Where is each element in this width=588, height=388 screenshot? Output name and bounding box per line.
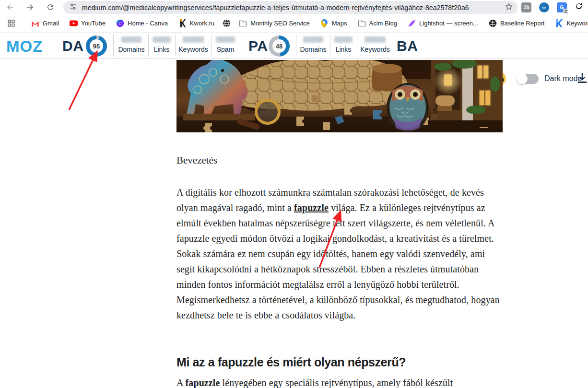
forward-icon[interactable] — [24, 1, 36, 13]
bookmark-baseline-report[interactable]: Baseline Report — [483, 17, 550, 30]
da-metric-domains[interactable]: Domains — [118, 36, 145, 53]
body-paragraph: A fapuzzle lényegében egy speciális rejt… — [176, 375, 505, 388]
bookmark-gmail[interactable]: Gmail — [26, 17, 64, 30]
divider — [296, 35, 296, 57]
pa-metric-domains[interactable]: Domains — [299, 36, 327, 53]
ba-label: BA — [397, 38, 418, 54]
blurred-value — [153, 36, 171, 43]
lightshot-icon — [408, 19, 416, 27]
fapuzzle-link[interactable]: fapuzzle — [294, 202, 329, 213]
extension-1b-icon[interactable]: 1b — [521, 2, 531, 12]
bookmark-globe[interactable] — [220, 17, 234, 30]
blurred-value — [121, 36, 141, 43]
bookmark-youtube[interactable]: YouTube — [64, 17, 111, 30]
annotation-arrow-da — [69, 53, 96, 110]
divider — [175, 35, 176, 57]
browser-toolbar: medium.com/@medicalcopywritingservices/f… — [0, 0, 588, 14]
folder-icon — [358, 19, 366, 27]
bookmarks-bar: Gmail YouTube C Home - Canva Kwork.ru Mo… — [0, 14, 588, 32]
extension-moz-icon[interactable]: ∞ — [539, 2, 549, 12]
bookmark-acim-blog[interactable]: Acim Blog — [353, 17, 403, 30]
baseline-globe-icon — [489, 19, 497, 27]
pa-score-donut[interactable]: 48 — [269, 35, 290, 57]
address-bar[interactable]: medium.com/@medicalcopywritingservices/f… — [63, 1, 518, 14]
divider — [330, 35, 330, 57]
bookmark-keyword-revealer[interactable]: Keyword Revealer — [550, 17, 588, 30]
da-label: DA — [62, 38, 83, 54]
gmail-icon — [31, 19, 39, 27]
back-icon[interactable] — [4, 1, 16, 13]
extensions-tray: 1b ∞ G文 — [521, 0, 587, 14]
extension-translate-icon[interactable]: G文 — [557, 2, 567, 12]
article-hero-image — [176, 60, 503, 132]
da-score-value: 95 — [90, 39, 103, 53]
intro-paragraph: A digitális kor elhozott számunkra számt… — [176, 185, 505, 323]
blurred-value — [303, 36, 323, 43]
canva-icon: C — [116, 19, 124, 27]
svg-text:C: C — [118, 21, 122, 26]
divider — [357, 35, 357, 57]
dark-mode-label: Dark mode — [544, 74, 582, 83]
url-text[interactable]: medium.com/@medicalcopywritingservices/f… — [82, 4, 501, 12]
blurred-value — [216, 36, 235, 43]
toggle-knob — [517, 73, 528, 84]
section-heading: Mi az a fapuzzle és miért olyan népszerű… — [176, 355, 406, 369]
kwork-icon — [178, 19, 187, 27]
da-metric-links[interactable]: Links — [151, 36, 172, 53]
pa-metric-keywords[interactable]: Keywords — [360, 36, 390, 53]
reload-icon[interactable] — [44, 1, 57, 13]
fapuzzle-bold: fapuzzle — [186, 377, 220, 388]
bookmark-lightshot[interactable]: Lightshot — screen... — [402, 17, 483, 30]
bookmark-canva[interactable]: C Home - Canva — [111, 17, 173, 30]
divider — [148, 35, 149, 57]
blurred-value — [183, 36, 204, 43]
blurred-value — [334, 36, 353, 43]
apps-grid-icon[interactable] — [5, 17, 17, 30]
da-metric-spam[interactable]: Spam — [214, 36, 236, 53]
bookmark-maps[interactable]: Maps — [315, 17, 353, 30]
folder-icon — [239, 19, 247, 27]
download-icon[interactable] — [577, 72, 588, 85]
extension-refresh-icon[interactable] — [575, 2, 583, 12]
globe-icon — [223, 19, 231, 27]
moz-logo[interactable]: MOZ — [6, 37, 43, 56]
blurred-value — [365, 36, 386, 43]
da-score-donut[interactable]: 95 — [86, 35, 107, 57]
divider — [113, 35, 114, 57]
intro-heading: Bevezetés — [176, 154, 217, 166]
youtube-icon — [70, 19, 78, 27]
divider — [212, 35, 212, 57]
moz-toolbar: MOZ DA 95 Domains Links Keywords Spam PA… — [0, 32, 588, 59]
da-metric-keywords[interactable]: Keywords — [178, 36, 209, 53]
dark-mode-toggle[interactable] — [517, 74, 539, 84]
pa-label: PA — [248, 38, 268, 54]
maps-icon — [320, 19, 329, 27]
site-settings-icon[interactable] — [69, 2, 77, 12]
bookmark-star-icon[interactable] — [505, 2, 513, 13]
pa-metric-links[interactable]: Links — [333, 36, 354, 53]
bookmark-kwork[interactable]: Kwork.ru — [173, 17, 220, 30]
bookmark-monthly-seo-service[interactable]: Monthly SEO Service — [234, 17, 315, 30]
pa-score-value: 48 — [272, 39, 286, 53]
keyword-revealer-icon — [555, 19, 563, 27]
